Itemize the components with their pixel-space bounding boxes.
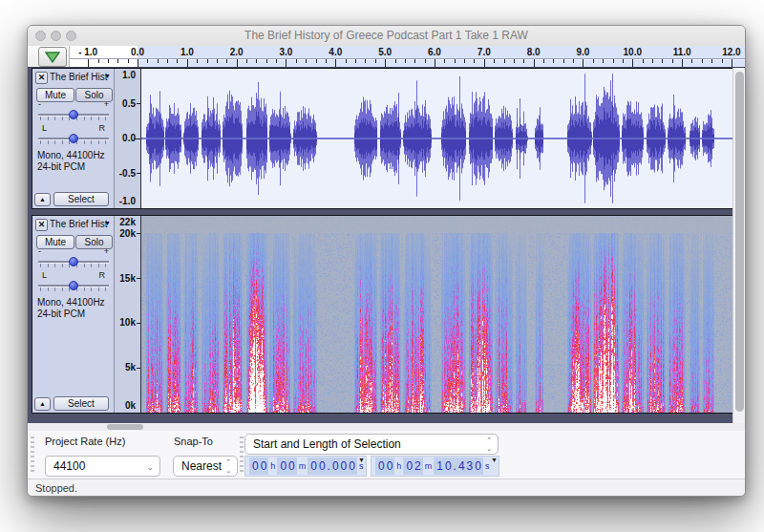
ruler-tick [158, 59, 159, 63]
time-digit-group[interactable]: 00 [375, 458, 394, 475]
track1-format-info: Mono, 44100Hz [37, 150, 105, 160]
snap-to-label: Snap-To [174, 436, 213, 447]
gain-slider-thumb[interactable] [69, 257, 78, 266]
waveform-canvas[interactable] [141, 69, 733, 208]
time-unit-label: h [270, 461, 275, 471]
track2-name-menu[interactable]: The Brief Hist ▼ [50, 219, 111, 231]
ruler-tick [286, 59, 286, 67]
ruler-label: - 1.0 [78, 47, 97, 57]
snap-to-select[interactable]: Nearest ⌃⌄ [173, 456, 238, 477]
selection-start-field[interactable]: 00h00m00.000s▼ [244, 456, 367, 477]
ruler-tick [702, 59, 703, 63]
snap-to-value: Nearest [181, 459, 222, 473]
track-waveform: ✕ The Brief Hist ▼ Mute Solo - + [32, 68, 732, 209]
timeline-row: - 1.00.01.02.03.04.05.06.07.08.09.010.01… [28, 46, 745, 68]
ruler-tick [732, 59, 732, 67]
ruler-tick [147, 59, 148, 63]
ruler-tick [237, 59, 238, 67]
track1-name-label: The Brief Hist [50, 72, 108, 82]
status-text: Stopped. [35, 482, 77, 494]
time-digit-group[interactable]: 00.000 [308, 458, 357, 475]
selection-length-field[interactable]: 00h02m10.430s▼ [371, 456, 499, 477]
ruler-tick [711, 59, 712, 63]
track1-gain-slider[interactable]: - + [38, 100, 109, 123]
track2-select-button[interactable]: Select [53, 396, 109, 411]
ruler-tick [514, 59, 515, 63]
track2-vertical-ruler[interactable]: 22k20k15k10k5k0k [115, 216, 141, 413]
ruler-tick [306, 59, 307, 63]
ruler-tick [217, 59, 218, 63]
ruler-tick [474, 59, 475, 63]
ruler-tick [583, 59, 584, 67]
vertical-scrollbar-thumb[interactable] [735, 72, 744, 412]
ruler-tick [405, 59, 406, 63]
track1-vertical-ruler[interactable]: 1.00.50.0-0.5-1.0 [115, 69, 141, 208]
ruler-tick [543, 59, 544, 63]
track2-spectrogram-view[interactable] [141, 216, 732, 413]
scale-label: 15k [119, 273, 136, 285]
vertical-scrollbar[interactable] [732, 68, 745, 423]
track1-name-menu[interactable]: The Brief Hist ▼ [50, 72, 111, 84]
ruler-tick [643, 59, 644, 63]
scale-tick [137, 173, 140, 174]
toolbar-grip-handle[interactable] [31, 436, 34, 473]
time-digit-group[interactable]: 10.430 [434, 458, 483, 475]
ruler-tick [672, 59, 673, 63]
time-digit-group[interactable]: 00 [277, 458, 296, 475]
title-bar[interactable]: The Brief History of Greece Podcast Part… [28, 26, 745, 47]
timeline-options-button[interactable] [38, 47, 67, 67]
ruler-tick [276, 59, 277, 63]
horizontal-scrollbar-thumb[interactable] [107, 424, 143, 430]
caret-down-icon[interactable]: ▼ [358, 457, 365, 463]
ruler-label: 8.0 [527, 47, 541, 57]
ruler-tick [177, 59, 178, 63]
caret-down-icon[interactable]: ▼ [491, 457, 498, 463]
track2-close-button[interactable]: ✕ [35, 219, 48, 231]
pan-left-label: L [42, 124, 47, 133]
ruler-label: 6.0 [428, 47, 441, 57]
ruler-tick [108, 59, 109, 63]
track1-pan-slider[interactable]: L R [38, 124, 109, 147]
track1-waveform-view[interactable] [141, 69, 732, 208]
selection-mode-select[interactable]: Start and Length of Selection ⌃⌄ [244, 434, 499, 455]
project-rate-combobox[interactable]: 44100 ⌄ [45, 456, 160, 477]
track2-gain-slider[interactable]: - + [38, 247, 109, 270]
selection-mode-value: Start and Length of Selection [253, 437, 401, 451]
pan-slider-thumb[interactable] [69, 134, 78, 143]
timeline-ruler[interactable]: - 1.00.01.02.03.04.05.06.07.08.09.010.01… [70, 46, 745, 67]
gain-slider-thumb[interactable] [69, 110, 78, 119]
time-digit-group[interactable]: 00 [249, 458, 268, 475]
ruler-label: 3.0 [280, 47, 293, 57]
spectrogram-canvas[interactable] [141, 216, 733, 413]
scale-label: 10k [119, 317, 136, 329]
track2-bitdepth-info: 24-bit PCM [37, 309, 85, 319]
track2-collapse-button[interactable]: ▲ [34, 397, 51, 411]
horizontal-scrollbar[interactable] [28, 423, 745, 431]
selection-toolbar: Project Rate (Hz) 44100 ⌄ Snap-To Neares… [28, 431, 745, 479]
tracks-area: ✕ The Brief Hist ▼ Mute Solo - + [28, 68, 745, 423]
ruler-tick [455, 59, 456, 63]
ruler-label: 1.0 [180, 47, 194, 57]
ruler-label: 5.0 [378, 47, 392, 57]
ruler-tick [226, 59, 227, 63]
timeline-groove [70, 58, 745, 59]
track1-select-button[interactable]: Select [53, 192, 109, 206]
track2-pan-slider[interactable]: L R [38, 271, 109, 294]
scale-tick [134, 138, 140, 139]
pan-slider-thumb[interactable] [69, 281, 78, 290]
track1-close-button[interactable]: ✕ [35, 72, 48, 84]
time-unit-label: h [396, 461, 401, 471]
ruler-tick [316, 59, 317, 63]
ruler-tick [98, 59, 99, 63]
ruler-label: 2.0 [230, 47, 244, 57]
scale-tick [137, 233, 140, 234]
time-digit-group[interactable]: 02 [403, 458, 422, 475]
ruler-tick [326, 59, 327, 63]
ruler-tick [435, 59, 435, 67]
project-rate-label: Project Rate (Hz) [45, 436, 125, 447]
ruler-tick [444, 59, 445, 63]
ruler-tick [553, 59, 554, 63]
toolbar-grip-handle[interactable] [240, 436, 244, 473]
scale-label: 22k [119, 217, 136, 228]
track1-collapse-button[interactable]: ▲ [34, 193, 51, 206]
